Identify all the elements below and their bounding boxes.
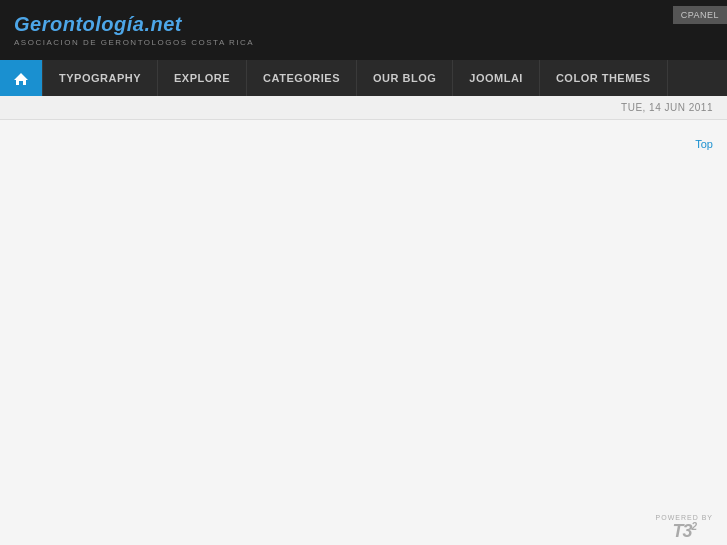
t3-logo: T32 — [672, 521, 696, 542]
date-text: TUE, 14 JUN 2011 — [621, 102, 713, 113]
site-title: Gerontología.net — [14, 13, 254, 36]
home-icon — [14, 72, 28, 85]
svg-marker-0 — [14, 73, 28, 85]
nav-item-our-blog[interactable]: OUR BLOG — [357, 60, 453, 96]
navbar: TYPOGRAPHY EXPLORE CATEGORIES OUR BLOG J… — [0, 60, 727, 96]
nav-item-explore[interactable]: EXPLORE — [158, 60, 247, 96]
t3-logo-sup: 2 — [692, 521, 697, 532]
nav-item-home[interactable] — [0, 60, 43, 96]
nav-item-joomlai[interactable]: JOOMLAI — [453, 60, 540, 96]
site-subtitle: Asociacion de Gerontologos Costa Rica — [14, 38, 254, 47]
powered-by: POWERED BY T32 — [656, 514, 713, 542]
top-link[interactable]: Top — [695, 138, 713, 150]
date-bar: TUE, 14 JUN 2011 — [0, 96, 727, 120]
footer: POWERED BY T32 — [0, 500, 727, 545]
header: Gerontología.net Asociacion de Gerontolo… — [0, 0, 727, 60]
nav-item-categories[interactable]: CATEGORIES — [247, 60, 357, 96]
cpanel-button[interactable]: CPANEL — [673, 6, 727, 24]
nav-item-color-themes[interactable]: COLOR THEMES — [540, 60, 668, 96]
powered-by-text: POWERED BY — [656, 514, 713, 521]
content-area: Top — [0, 120, 727, 500]
header-brand: Gerontología.net Asociacion de Gerontolo… — [14, 13, 254, 47]
nav-item-typography[interactable]: TYPOGRAPHY — [43, 60, 158, 96]
top-link-container: Top — [14, 130, 713, 162]
